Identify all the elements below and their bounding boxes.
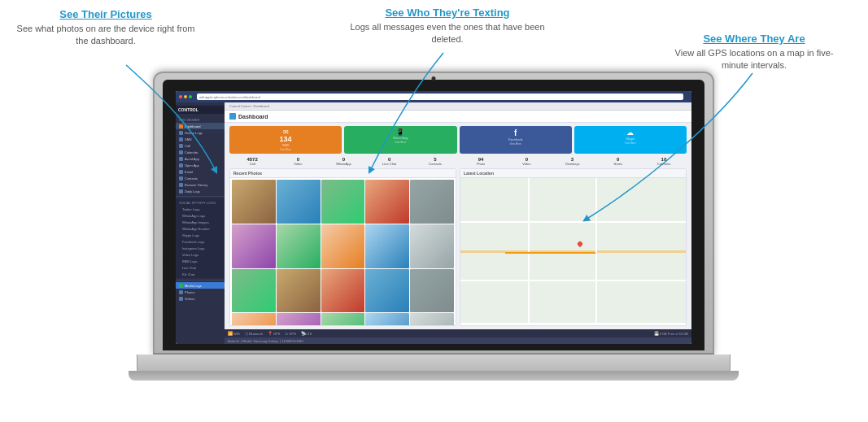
sidebar-item-photos[interactable]: Photos <box>176 289 225 295</box>
status-gps-label: GPS <box>273 332 280 336</box>
skype-stat-label: Skype <box>626 137 635 141</box>
photos-icon <box>179 290 183 294</box>
photo-thumb-19[interactable] <box>365 313 409 326</box>
sidebar-item-whatsapp-images[interactable]: WhatsApp Images <box>176 219 225 225</box>
photo-thumb-1[interactable] <box>232 180 276 224</box>
bluetooth-icon: ⬡ <box>245 331 248 336</box>
sidebar-item-device-logs[interactable]: Device Logs <box>176 129 225 136</box>
screen-statusbar: 📶 WiFi ⬡ Bluetooth 📍 G <box>225 329 691 337</box>
sidebar-item-dashboard[interactable]: Dashboard <box>176 123 225 129</box>
stat-card-sms[interactable]: ✉ 134 SMS View More <box>229 126 342 154</box>
bottom-panels: Recent Photos <box>225 168 691 329</box>
num-video2: 0 Video <box>504 157 549 166</box>
texting-callout-title: See Who They're Texting <box>350 7 545 19</box>
sidebar-item-whatsapp-number[interactable]: WhatsApp Number <box>176 225 225 232</box>
sidebar-item-bbm[interactable]: BBM Logs <box>176 258 225 264</box>
device-info-model: Model: Samsung Galaxy | <box>242 339 281 343</box>
lte-icon: 📡 <box>301 331 306 336</box>
skype-stat-icon: ☁ <box>626 128 634 137</box>
sidebar-item-calendar-label: Calendar <box>185 150 198 154</box>
laptop-screen: wifi.apple-iphone-unlocker.com/dashboard… <box>176 91 691 344</box>
minimize-button-dot[interactable] <box>184 95 187 98</box>
facebook-stat-icon: f <box>514 128 517 137</box>
sidebar-item-twitter[interactable]: Twitter Logs <box>176 206 225 212</box>
laptop: wifi.apple-iphone-unlocker.com/dashboard… <box>153 72 714 405</box>
pictures-callout-title: See Their Pictures <box>16 8 195 20</box>
sidebar-item-linechat[interactable]: Line Chat <box>176 264 225 271</box>
sidebar-item-call[interactable]: Call <box>176 142 225 149</box>
sidebar-item-whatsapp-logs[interactable]: WhatsApp Logs <box>176 212 225 219</box>
photo-thumb-11[interactable] <box>232 269 276 313</box>
sidebar-item-daily-logs[interactable]: Daily Logs <box>176 188 225 194</box>
photo-thumb-5[interactable] <box>410 180 454 224</box>
photo-thumb-4[interactable] <box>365 180 409 224</box>
photo-thumb-3[interactable] <box>321 180 365 224</box>
photo-thumb-13[interactable] <box>321 269 365 313</box>
photo-thumb-18[interactable] <box>321 313 365 326</box>
sidebar-item-email[interactable]: Email <box>176 168 225 175</box>
photo-thumb-7[interactable] <box>277 224 321 268</box>
photo-thumb-20[interactable] <box>410 313 454 326</box>
vpn-icon: ⚠ <box>285 331 288 336</box>
sidebar-item-skype[interactable]: Skype Logs <box>176 232 225 238</box>
status-vpn: ⚠ VPN <box>285 331 295 336</box>
numbers-row: 4572 Call 0 Video 0 What <box>225 156 691 168</box>
daily-logs-icon <box>179 189 183 194</box>
sidebar-item-browser-history[interactable]: Browser History <box>176 181 225 188</box>
photo-thumb-9[interactable] <box>365 224 409 268</box>
num-call: 4572 Call <box>229 157 275 166</box>
sidebar-item-contacts-label: Contacts <box>185 176 198 181</box>
sidebar-item-instagram[interactable]: Instagram Logs <box>176 245 225 251</box>
photo-thumb-14[interactable] <box>365 269 409 313</box>
map-panel: Latest Location <box>460 168 687 326</box>
sidebar-item-facebook[interactable]: Facebook Logs <box>176 238 225 245</box>
stat-card-skype[interactable]: ☁ Skype View More <box>574 126 687 154</box>
photo-thumb-15[interactable] <box>410 269 454 313</box>
sms-icon <box>179 137 183 141</box>
laptop-bezel: wifi.apple-iphone-unlocker.com/dashboard… <box>163 80 704 350</box>
videos-icon <box>179 297 183 301</box>
sidebar-item-media-logs[interactable]: Media Logs <box>176 282 225 289</box>
photo-thumb-12[interactable] <box>277 269 321 313</box>
num-video1: 0 Video <box>275 157 321 166</box>
map-road-v1 <box>528 178 530 323</box>
sms-stat-label: SMS <box>282 143 290 147</box>
sidebar-item-video[interactable]: Video Logs <box>176 251 225 258</box>
status-wifi-label: WiFi <box>233 332 240 336</box>
stat-card-facebook[interactable]: f Facebook View More <box>460 126 572 154</box>
photo-thumb-10[interactable] <box>410 224 454 268</box>
url-bar[interactable]: wifi.apple-iphone-unlocker.com/dashboard <box>197 94 683 100</box>
url-text: wifi.apple-iphone-unlocker.com/dashboard <box>199 95 260 99</box>
map-road-1 <box>460 221 686 223</box>
stat-cards-row: ✉ 134 SMS View More 📱 Recording View Mor… <box>225 123 691 156</box>
photo-thumb-2[interactable] <box>277 180 321 224</box>
sidebar-item-open-app-label: Open App <box>185 163 199 167</box>
photo-thumb-17[interactable] <box>277 313 321 326</box>
sidebar-item-videos[interactable]: Videos <box>176 295 225 302</box>
sidebar-item-calendar[interactable]: Calendar <box>176 149 225 155</box>
num-contacts-label: Contacts <box>412 162 458 166</box>
screen-body: CONTROL LOG VIEWER Dashboard Device Logs <box>176 102 691 344</box>
sidebar-item-avoid-app-label: Avoid App <box>185 157 199 161</box>
stat-card-recording[interactable]: 📱 Recording View More <box>344 126 456 154</box>
close-button-dot[interactable] <box>179 95 182 98</box>
photo-thumb-8[interactable] <box>321 224 365 268</box>
dashboard-icon <box>179 124 183 128</box>
sidebar-section-social: Social Spy/Spy Logs <box>176 199 225 206</box>
photo-thumb-16[interactable] <box>232 313 276 326</box>
media-logs-icon <box>179 284 183 288</box>
screen-main: Control Center › Dashboard Dashboard <box>225 102 691 344</box>
photo-thumb-6[interactable] <box>232 224 276 268</box>
location-callout-text: View all GPS locations on a map in five-… <box>665 47 844 72</box>
laptop-camera <box>432 76 436 80</box>
contacts-icon <box>179 176 183 181</box>
sidebar-item-sms-label: SMS <box>185 137 192 141</box>
maximize-button-dot[interactable] <box>189 95 192 98</box>
sidebar-item-sms[interactable]: SMS <box>176 136 225 142</box>
call-icon <box>179 144 183 148</box>
num-call-label: Call <box>229 162 275 166</box>
sidebar-item-avoid-app[interactable]: Avoid App <box>176 155 225 162</box>
sidebar-item-contacts[interactable]: Contacts <box>176 175 225 181</box>
sidebar-item-open-app[interactable]: Open App <box>176 162 225 168</box>
sidebar-item-kikchat[interactable]: Kik Chat <box>176 271 225 277</box>
